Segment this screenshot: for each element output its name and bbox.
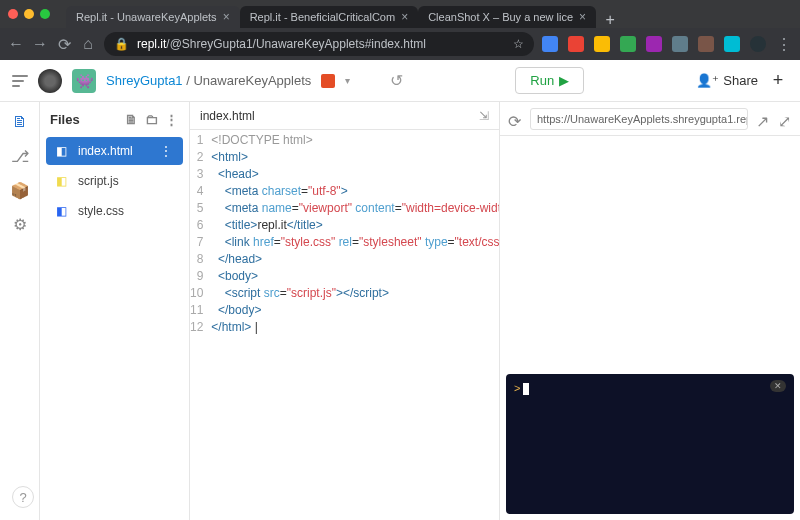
share-button[interactable]: 👤⁺Share bbox=[696, 73, 758, 88]
chevron-down-icon[interactable]: ▾ bbox=[345, 75, 350, 86]
menu-icon[interactable]: ⋮ bbox=[776, 36, 792, 52]
window-close[interactable] bbox=[8, 9, 18, 19]
file-item[interactable]: ◧ script.js bbox=[46, 167, 183, 195]
window-titlebar: Repl.it - UnawareKeyApplets× Repl.it - B… bbox=[0, 0, 800, 28]
terminal-close-icon[interactable]: ✕ bbox=[770, 380, 786, 392]
terminal[interactable]: > ✕ bbox=[506, 374, 794, 514]
line-gutter: 1 2 3 4 5 6 7 8 9 10 11 12 bbox=[190, 132, 211, 520]
file-item[interactable]: ◧ style.css bbox=[46, 197, 183, 225]
help-button[interactable]: ? bbox=[12, 486, 34, 508]
editor-panel: index.html ⇲ 1 2 3 4 5 6 7 8 9 10 11 12 … bbox=[190, 102, 500, 520]
person-plus-icon: 👤⁺ bbox=[696, 73, 719, 88]
css-file-icon: ◧ bbox=[56, 204, 70, 218]
sidebar-rail: 🗎 ⎇ 📦 ⚙ bbox=[0, 102, 40, 520]
collapse-icon[interactable]: ⇲ bbox=[479, 109, 489, 123]
extension-icon[interactable] bbox=[568, 36, 584, 52]
browser-tab[interactable]: CleanShot X – Buy a new lice× bbox=[418, 6, 596, 28]
open-external-icon[interactable]: ↗ bbox=[756, 112, 770, 126]
code-lines[interactable]: <!DOCTYPE html> <html> <head> <meta char… bbox=[211, 132, 499, 520]
app-toolbar: 👾 ShreyGupta1 / UnawareKeyApplets ▾ ↺ Ru… bbox=[0, 60, 800, 102]
reload-button[interactable]: ⟳ bbox=[56, 36, 72, 52]
more-icon[interactable]: ⋮ bbox=[165, 112, 179, 126]
history-icon[interactable]: ↺ bbox=[390, 71, 403, 90]
preview-body[interactable] bbox=[500, 136, 800, 368]
user-avatar[interactable]: 👾 bbox=[72, 69, 96, 93]
html-badge-icon bbox=[321, 74, 335, 88]
extension-icon[interactable] bbox=[672, 36, 688, 52]
settings-icon[interactable]: ⚙ bbox=[10, 214, 30, 234]
new-file-icon[interactable]: 🗎 bbox=[125, 112, 139, 126]
files-header: Files bbox=[50, 112, 80, 127]
play-icon: ▶ bbox=[559, 73, 569, 88]
browser-tab[interactable]: Repl.it - UnawareKeyApplets× bbox=[66, 6, 240, 28]
back-button[interactable]: ← bbox=[8, 36, 24, 52]
preview-url[interactable]: https://UnawareKeyApplets.shreygupta1.re… bbox=[530, 108, 748, 130]
replit-logo[interactable] bbox=[38, 69, 62, 93]
star-icon[interactable]: ☆ bbox=[513, 37, 524, 51]
file-name: index.html bbox=[78, 144, 133, 158]
extension-icon[interactable] bbox=[620, 36, 636, 52]
new-folder-icon[interactable]: 🗀 bbox=[145, 112, 159, 126]
home-button[interactable]: ⌂ bbox=[80, 36, 96, 52]
lock-icon: 🔒 bbox=[114, 37, 129, 51]
extension-icon[interactable] bbox=[724, 36, 740, 52]
vcs-icon[interactable]: ⎇ bbox=[10, 146, 30, 166]
terminal-prompt: > bbox=[514, 382, 523, 394]
close-icon[interactable]: × bbox=[401, 10, 408, 24]
browser-tab[interactable]: Repl.it - BeneficialCriticalCom× bbox=[240, 6, 419, 28]
breadcrumb-user[interactable]: ShreyGupta1 bbox=[106, 73, 183, 88]
extension-icon[interactable] bbox=[594, 36, 610, 52]
file-name: style.css bbox=[78, 204, 124, 218]
js-file-icon: ◧ bbox=[56, 174, 70, 188]
forward-button[interactable]: → bbox=[32, 36, 48, 52]
breadcrumb-project[interactable]: UnawareKeyApplets bbox=[193, 73, 311, 88]
add-button[interactable]: + bbox=[768, 70, 788, 91]
file-item[interactable]: ◧ index.html ⋮ bbox=[46, 137, 183, 165]
extensions: ⋮ bbox=[542, 36, 792, 52]
tab-title: Repl.it - BeneficialCriticalCom bbox=[250, 11, 396, 23]
breadcrumb: ShreyGupta1 / UnawareKeyApplets bbox=[106, 73, 311, 88]
expand-icon[interactable]: ⤢ bbox=[778, 112, 792, 126]
more-icon[interactable]: ⋮ bbox=[160, 144, 173, 158]
window-minimize[interactable] bbox=[24, 9, 34, 19]
terminal-cursor bbox=[523, 383, 529, 395]
hamburger-icon[interactable] bbox=[12, 75, 28, 87]
new-tab-button[interactable]: + bbox=[602, 12, 618, 28]
tab-title: CleanShot X – Buy a new lice bbox=[428, 11, 573, 23]
code-editor[interactable]: 1 2 3 4 5 6 7 8 9 10 11 12 <!DOCTYPE htm… bbox=[190, 130, 499, 520]
extension-icon[interactable] bbox=[698, 36, 714, 52]
files-icon[interactable]: 🗎 bbox=[10, 112, 30, 132]
address-bar-row: ← → ⟳ ⌂ 🔒 repl.it/@ShreyGupta1/UnawareKe… bbox=[0, 28, 800, 60]
files-panel: Files 🗎 🗀 ⋮ ◧ index.html ⋮ ◧ script.js ◧… bbox=[40, 102, 190, 520]
preview-panel: ⟳ https://UnawareKeyApplets.shreygupta1.… bbox=[500, 102, 800, 520]
editor-tab-name: index.html bbox=[200, 109, 255, 123]
file-name: script.js bbox=[78, 174, 119, 188]
close-icon[interactable]: × bbox=[579, 10, 586, 24]
packages-icon[interactable]: 📦 bbox=[10, 180, 30, 200]
run-button[interactable]: Run▶ bbox=[515, 67, 584, 94]
close-icon[interactable]: × bbox=[223, 10, 230, 24]
profile-avatar[interactable] bbox=[750, 36, 766, 52]
window-maximize[interactable] bbox=[40, 9, 50, 19]
html-file-icon: ◧ bbox=[56, 144, 70, 158]
extension-icon[interactable] bbox=[646, 36, 662, 52]
extension-icon[interactable] bbox=[542, 36, 558, 52]
tab-title: Repl.it - UnawareKeyApplets bbox=[76, 11, 217, 23]
address-bar[interactable]: 🔒 repl.it/@ShreyGupta1/UnawareKeyApplets… bbox=[104, 32, 534, 56]
reload-icon[interactable]: ⟳ bbox=[508, 112, 522, 126]
browser-tabs: Repl.it - UnawareKeyApplets× Repl.it - B… bbox=[66, 0, 792, 28]
